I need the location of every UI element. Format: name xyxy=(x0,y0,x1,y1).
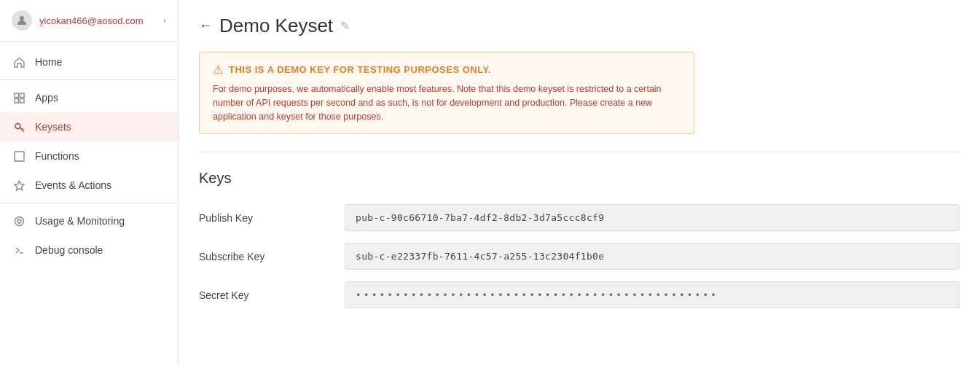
section-divider xyxy=(199,152,960,152)
svg-line-7 xyxy=(22,128,23,130)
key-row-subscribe: Subscribe Key sub-c-e22337fb-7611-4c57-a… xyxy=(199,243,960,270)
svg-point-10 xyxy=(15,217,23,225)
sidebar-item-label-keysets: Keysets xyxy=(35,121,71,133)
sidebar-item-events-actions[interactable]: Events & Actions xyxy=(0,171,178,200)
svg-point-11 xyxy=(17,219,21,223)
alert-box: ⚠ THIS IS A DEMO KEY FOR TESTING PURPOSE… xyxy=(199,52,694,134)
sidebar-item-label-apps: Apps xyxy=(35,92,58,104)
sidebar-item-label-home: Home xyxy=(35,56,62,68)
functions-icon xyxy=(12,149,26,163)
sidebar-item-label-usage-monitoring: Usage & Monitoring xyxy=(35,215,125,227)
key-row-publish: Publish Key pub-c-90c66710-7ba7-4df2-8db… xyxy=(199,204,960,231)
svg-point-0 xyxy=(20,16,24,20)
sidebar-item-apps[interactable]: Apps xyxy=(0,83,178,112)
subscribe-key-label: Subscribe Key xyxy=(199,251,345,262)
edit-icon[interactable]: ✎ xyxy=(340,19,350,33)
user-chevron-icon: › xyxy=(163,15,166,26)
svg-marker-9 xyxy=(15,181,24,190)
sidebar-item-label-functions: Functions xyxy=(35,150,79,162)
svg-rect-2 xyxy=(20,93,24,98)
user-email: yicokan466@aosod.com xyxy=(39,15,163,26)
alert-warning-icon: ⚠ xyxy=(213,63,223,77)
sidebar-item-debug-console[interactable]: Debug console xyxy=(0,235,178,265)
alert-body: For demo purposes, we automatically enab… xyxy=(213,82,681,123)
avatar xyxy=(12,10,32,31)
subscribe-key-value[interactable]: sub-c-e22337fb-7611-4c57-a255-13c2304f1b… xyxy=(345,243,960,270)
alert-box-header: ⚠ THIS IS A DEMO KEY FOR TESTING PURPOSE… xyxy=(213,63,681,77)
usage-monitoring-icon xyxy=(12,214,26,228)
publish-key-label: Publish Key xyxy=(199,212,345,224)
svg-rect-4 xyxy=(20,98,24,103)
page-header: ← Demo Keyset ✎ xyxy=(199,15,960,37)
sidebar-user[interactable]: yicokan466@aosod.com › xyxy=(0,0,178,42)
secret-key-label: Secret Key xyxy=(199,289,345,301)
sidebar-item-functions[interactable]: Functions xyxy=(0,141,178,171)
main-content: ← Demo Keyset ✎ ⚠ THIS IS A DEMO KEY FOR… xyxy=(179,0,980,366)
svg-point-5 xyxy=(15,123,20,128)
svg-rect-1 xyxy=(15,93,19,98)
keysets-icon xyxy=(12,120,26,134)
secret-key-value[interactable]: ••••••••••••••••••••••••••••••••••••••••… xyxy=(345,281,960,308)
svg-rect-8 xyxy=(15,152,24,161)
sidebar-item-home[interactable]: Home xyxy=(0,47,178,77)
publish-key-value[interactable]: pub-c-90c66710-7ba7-4df2-8db2-3d7a5ccc8c… xyxy=(345,204,960,231)
sidebar-divider-1 xyxy=(0,79,178,80)
page-title: Demo Keyset xyxy=(219,15,333,37)
svg-rect-3 xyxy=(15,98,19,103)
sidebar-nav: Home Apps Keysets Functions Events xyxy=(0,42,178,270)
home-icon xyxy=(12,55,26,69)
apps-icon xyxy=(12,90,26,105)
sidebar-item-label-events-actions: Events & Actions xyxy=(35,179,111,191)
sidebar-item-label-debug-console: Debug console xyxy=(35,244,103,256)
key-row-secret: Secret Key •••••••••••••••••••••••••••••… xyxy=(199,281,960,308)
back-button[interactable]: ← xyxy=(199,18,212,34)
sidebar-item-keysets[interactable]: Keysets xyxy=(0,112,178,141)
debug-console-icon xyxy=(12,243,26,257)
keys-section-title: Keys xyxy=(199,170,960,187)
events-actions-icon xyxy=(12,178,26,192)
sidebar-item-usage-monitoring[interactable]: Usage & Monitoring xyxy=(0,206,178,235)
alert-title: THIS IS A DEMO KEY FOR TESTING PURPOSES … xyxy=(229,64,491,75)
sidebar-divider-2 xyxy=(0,203,178,203)
sidebar: yicokan466@aosod.com › Home Apps Keysets xyxy=(0,0,179,366)
